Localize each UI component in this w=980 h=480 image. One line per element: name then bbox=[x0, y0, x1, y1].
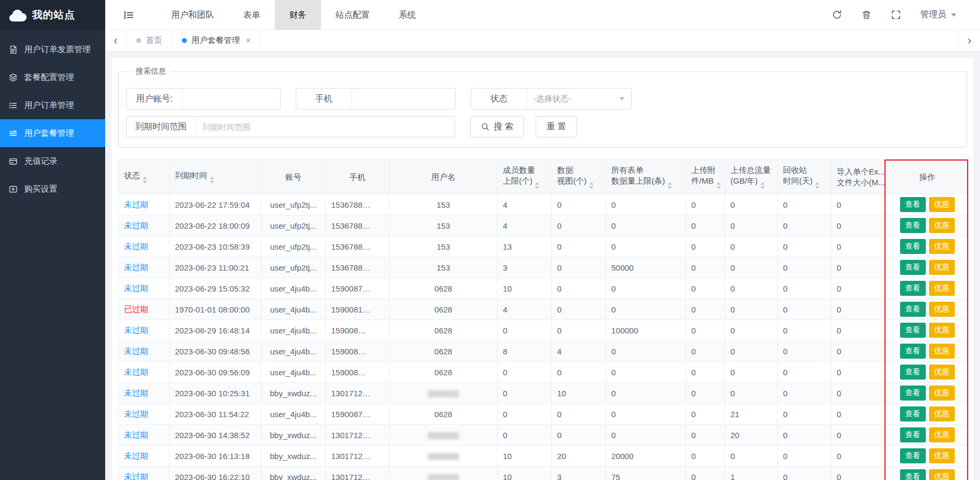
upload-mb-cell: 0 bbox=[686, 383, 725, 404]
column-header-0[interactable]: 状态 bbox=[119, 160, 170, 194]
view-button[interactable]: 查看 bbox=[900, 448, 926, 463]
view-button[interactable]: 查看 bbox=[900, 260, 926, 275]
view-button[interactable]: 查看 bbox=[900, 386, 926, 401]
view-button[interactable]: 查看 bbox=[900, 239, 926, 254]
traffic-gb-cell: 0 bbox=[725, 194, 778, 215]
tab-user-package-management[interactable]: 用户套餐管理 × bbox=[172, 30, 261, 51]
data-view-cell: 4 bbox=[552, 341, 606, 362]
sort-icon[interactable] bbox=[815, 182, 820, 189]
sort-icon[interactable] bbox=[589, 182, 594, 189]
refresh-icon[interactable] bbox=[832, 10, 842, 20]
tab-home[interactable]: 首页 bbox=[127, 30, 172, 51]
date-range-input[interactable] bbox=[196, 117, 455, 137]
discount-button[interactable]: 优惠 bbox=[929, 365, 955, 380]
view-button[interactable]: 查看 bbox=[900, 302, 926, 317]
sort-icon[interactable] bbox=[210, 177, 214, 184]
nav-item-finance[interactable]: 财务 bbox=[275, 0, 321, 30]
discount-button[interactable]: 优惠 bbox=[929, 281, 955, 296]
account-input[interactable] bbox=[182, 89, 280, 109]
trash-icon[interactable] bbox=[861, 10, 872, 20]
sidebar-item-label: 用户套餐管理 bbox=[24, 128, 74, 139]
phone-cell: 159008 bbox=[326, 341, 390, 362]
data-view-cell: 0 bbox=[552, 404, 606, 425]
admin-menu[interactable]: 管理员 bbox=[920, 9, 956, 20]
sidebar-item-purchase-settings[interactable]: 购买设置 bbox=[0, 175, 105, 203]
column-header-10[interactable]: 回收站时间(天) bbox=[778, 160, 831, 194]
status-select[interactable]: 状态 -选择状态- bbox=[471, 88, 632, 110]
discount-button[interactable]: 优惠 bbox=[929, 448, 955, 463]
sidebar-item-user-package-management[interactable]: 用户套餐管理 bbox=[0, 119, 105, 147]
view-button[interactable]: 查看 bbox=[900, 469, 926, 480]
upload-mb-cell: 0 bbox=[686, 425, 725, 446]
nav-item-site-config[interactable]: 站点配置 bbox=[321, 0, 384, 30]
column-header-7[interactable]: 所有表单数据量上限(条) bbox=[606, 160, 686, 194]
column-header-1[interactable]: 到期时间 bbox=[170, 160, 261, 194]
fullscreen-icon[interactable] bbox=[891, 10, 901, 20]
sidebar-item-label: 用户订单发票管理 bbox=[24, 44, 91, 55]
column-header-8[interactable]: 上传附件/MB bbox=[686, 160, 725, 194]
column-header-5[interactable]: 成员数量上限(个) bbox=[498, 160, 552, 194]
discount-button[interactable]: 优惠 bbox=[929, 344, 955, 359]
phone-input[interactable] bbox=[352, 89, 455, 109]
sort-icon[interactable] bbox=[760, 182, 765, 189]
collapse-menu-icon[interactable] bbox=[123, 10, 134, 20]
discount-button[interactable]: 优惠 bbox=[929, 386, 955, 401]
discount-button[interactable]: 优惠 bbox=[929, 302, 955, 317]
view-button[interactable]: 查看 bbox=[900, 281, 926, 296]
discount-button[interactable]: 优惠 bbox=[929, 323, 955, 338]
sort-icon[interactable] bbox=[668, 182, 672, 189]
discount-button[interactable]: 优惠 bbox=[929, 427, 955, 442]
form-data-limit-cell: 0 bbox=[606, 236, 686, 257]
status-cell: 未过期 bbox=[119, 278, 170, 299]
import-size-cell: 0 bbox=[831, 278, 887, 299]
form-data-limit-cell: 0 bbox=[606, 404, 686, 425]
account-cell: user_ufp2tj... bbox=[261, 194, 326, 215]
discount-button[interactable]: 优惠 bbox=[929, 406, 955, 421]
view-button[interactable]: 查看 bbox=[900, 365, 926, 380]
sort-icon[interactable] bbox=[535, 182, 539, 189]
view-button[interactable]: 查看 bbox=[900, 344, 926, 359]
member-limit-cell: 8 bbox=[498, 341, 552, 362]
username-cell: 153 bbox=[390, 236, 498, 257]
sidebar-item-order-management[interactable]: 用户订单管理 bbox=[0, 91, 105, 119]
view-button[interactable]: 查看 bbox=[900, 197, 926, 212]
tabs-scroll-right-icon[interactable]: › bbox=[959, 30, 980, 51]
nav-item-users-teams[interactable]: 用户和团队 bbox=[157, 0, 229, 30]
nav-item-forms[interactable]: 表单 bbox=[229, 0, 275, 30]
reset-button[interactable]: 重 置 bbox=[536, 116, 576, 137]
username-cell bbox=[390, 446, 498, 467]
data-view-cell: 0 bbox=[552, 425, 606, 446]
recycle-days-cell: 0 bbox=[778, 299, 831, 320]
cloud-logo-icon bbox=[8, 8, 27, 22]
column-header-9[interactable]: 上传总流量(GB/年) bbox=[725, 160, 778, 194]
view-button[interactable]: 查看 bbox=[900, 406, 926, 421]
column-header-6[interactable]: 数据视图(个) bbox=[552, 160, 606, 194]
discount-button[interactable]: 优惠 bbox=[929, 239, 955, 254]
view-button[interactable]: 查看 bbox=[900, 323, 926, 338]
traffic-gb-cell: 0 bbox=[725, 320, 778, 341]
discount-button[interactable]: 优惠 bbox=[929, 260, 955, 275]
search-legend: 搜索信息 bbox=[131, 67, 170, 76]
phone-cell: 1590087 bbox=[326, 278, 390, 299]
username-cell: 153 bbox=[390, 194, 498, 215]
tabs-scroll-left-icon[interactable]: ‹ bbox=[105, 30, 127, 51]
nav-item-system[interactable]: 系统 bbox=[384, 0, 430, 30]
view-button[interactable]: 查看 bbox=[900, 427, 926, 442]
sort-icon[interactable] bbox=[716, 182, 721, 189]
discount-button[interactable]: 优惠 bbox=[929, 469, 955, 480]
table-row: 未过期2023-06-30 16:13:18bby_xwduz...130171… bbox=[119, 446, 968, 467]
sidebar-item-recharge-records[interactable]: 充值记录 bbox=[0, 147, 105, 175]
upload-mb-cell: 0 bbox=[686, 320, 725, 341]
account-cell: bby_xwduz... bbox=[261, 425, 326, 446]
sidebar-item-invoice-management[interactable]: 用户订单发票管理 bbox=[0, 35, 105, 63]
account-cell: user_ufp2tj... bbox=[261, 236, 326, 257]
sidebar-item-package-config[interactable]: 套餐配置管理 bbox=[0, 63, 105, 91]
phone-cell: 159008 bbox=[326, 362, 390, 383]
status-cell: 未过期 bbox=[119, 362, 170, 383]
sort-icon[interactable] bbox=[143, 177, 147, 184]
view-button[interactable]: 查看 bbox=[900, 218, 926, 233]
discount-button[interactable]: 优惠 bbox=[929, 197, 955, 212]
search-button[interactable]: 搜 索 bbox=[470, 116, 524, 137]
discount-button[interactable]: 优惠 bbox=[929, 218, 955, 233]
close-icon[interactable]: × bbox=[246, 36, 251, 46]
